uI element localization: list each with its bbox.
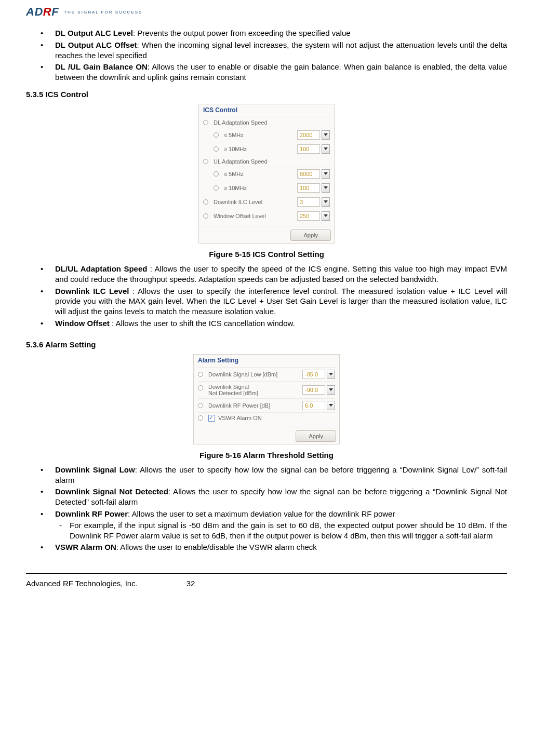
select-rf-power[interactable]: 6.0 bbox=[302, 401, 335, 410]
radio-icon bbox=[214, 185, 219, 191]
radio-icon bbox=[198, 403, 203, 408]
row-label: UL Adaptation Speed bbox=[214, 158, 268, 165]
figure-caption-516: Figure 5-16 Alarm Threshold Setting bbox=[26, 451, 507, 460]
radio-icon bbox=[198, 415, 203, 421]
row-ul-10mhz: ≥ 10MHz bbox=[203, 185, 247, 191]
row-window-offset: Window Offset Level bbox=[203, 213, 266, 219]
row-downlink-ilc: Downlink ILC Level bbox=[203, 199, 262, 205]
row-label-line2: Not Detected [dBm] bbox=[208, 390, 258, 396]
select-ilc-level[interactable]: 3 bbox=[297, 197, 330, 207]
chevron-down-icon[interactable] bbox=[322, 169, 330, 179]
item-label: Downlink Signal Not Detected bbox=[55, 487, 168, 496]
list-item: Window Offset : Allows the user to shift… bbox=[41, 318, 507, 329]
select-ul-10mhz[interactable]: 100 bbox=[297, 183, 330, 193]
page-header: ADRF THE SIGNAL FOR SUCCESS bbox=[26, 5, 507, 19]
chevron-down-icon[interactable] bbox=[322, 144, 330, 154]
item-label: Downlink RF Power bbox=[55, 509, 128, 518]
row-label: Downlink Signal Not Detected [dBm] bbox=[208, 384, 258, 396]
row-signal-not-detected: Downlink Signal Not Detected [dBm] bbox=[198, 384, 258, 396]
chevron-down-icon[interactable] bbox=[327, 370, 335, 379]
item-label: DL /UL Gain Balance ON bbox=[55, 62, 148, 71]
item-text: : Prevents the output power from exceedi… bbox=[133, 29, 351, 37]
chevron-down-icon[interactable] bbox=[322, 183, 330, 193]
panel-title: ICS Control bbox=[203, 106, 330, 114]
alarm-setting-panel: Alarm Setting Downlink Signal Low [dBm] … bbox=[193, 354, 340, 444]
ics-control-panel: ICS Control DL Adaptation Speed ≤ 5MHz 2… bbox=[198, 104, 335, 244]
chevron-down-icon[interactable] bbox=[327, 401, 335, 410]
select-dl-10mhz[interactable]: 100 bbox=[297, 144, 330, 154]
row-rf-power: Downlink RF Power [dB] bbox=[198, 402, 270, 409]
item-text: : Allows the user to enable/disable the … bbox=[116, 543, 317, 551]
select-signal-low[interactable]: -85.0 bbox=[302, 370, 335, 379]
select-not-detected[interactable]: -90.0 bbox=[302, 385, 335, 395]
item-text: : Allows the user to set a maximum devia… bbox=[128, 509, 395, 518]
logo-ad: AD bbox=[26, 5, 43, 19]
row-label: ≤ 5MHz bbox=[224, 132, 244, 138]
figure-caption-515: Figure 5-15 ICS Control Setting bbox=[26, 250, 507, 259]
row-vswr-alarm: VSWR Alarm ON bbox=[198, 415, 262, 422]
row-dl-5mhz: ≤ 5MHz bbox=[203, 132, 244, 138]
item-label: DL Output ALC Offset bbox=[55, 40, 137, 49]
row-label: ≥ 10MHz bbox=[224, 146, 247, 152]
row-ul-adaptation-speed: UL Adaptation Speed bbox=[203, 158, 268, 165]
row-label: VSWR Alarm ON bbox=[218, 415, 262, 421]
item-label: VSWR Alarm ON bbox=[55, 543, 116, 551]
row-label: Downlink Signal Low [dBm] bbox=[208, 371, 277, 377]
item-label: Window Offset bbox=[55, 319, 110, 328]
select-value: 2000 bbox=[297, 130, 320, 140]
bullet-list-ics: DL/UL Adaptation Speed : Allows the user… bbox=[26, 264, 507, 329]
checkbox-vswr[interactable] bbox=[208, 415, 215, 422]
bullet-list-alarm: Downlink Signal Low: Allows the user to … bbox=[26, 465, 507, 552]
chevron-down-icon[interactable] bbox=[322, 130, 330, 140]
apply-button[interactable]: Apply bbox=[290, 230, 331, 241]
item-label: DL Output ALC Level bbox=[55, 29, 133, 37]
logo-r: R bbox=[43, 5, 51, 19]
select-ul-5mhz[interactable]: 8000 bbox=[297, 169, 330, 179]
item-text: : Allows the user to shift the ICS cance… bbox=[110, 319, 295, 328]
row-label: Downlink ILC Level bbox=[214, 199, 262, 205]
select-value: -90.0 bbox=[302, 385, 325, 395]
row-dl-adaptation-speed: DL Adaptation Speed bbox=[203, 119, 268, 126]
bullet-list-alc: DL Output ALC Level: Prevents the output… bbox=[26, 28, 507, 83]
footer-company: Advanced RF Technologies, Inc. bbox=[26, 579, 186, 588]
footer-spacer bbox=[347, 579, 507, 588]
select-dl-5mhz[interactable]: 2000 bbox=[297, 130, 330, 140]
select-value: -85.0 bbox=[302, 370, 325, 379]
chevron-down-icon[interactable] bbox=[327, 385, 335, 395]
row-label: Downlink RF Power [dB] bbox=[208, 402, 270, 409]
list-item: Downlink ILC Level : Allows the user to … bbox=[41, 286, 507, 317]
list-item: DL Output ALC Offset: When the incoming … bbox=[41, 40, 507, 61]
list-item: DL Output ALC Level: Prevents the output… bbox=[41, 28, 507, 38]
radio-icon bbox=[198, 385, 203, 390]
apply-button[interactable]: Apply bbox=[296, 430, 336, 442]
page-footer: Advanced RF Technologies, Inc. 32 bbox=[26, 573, 507, 588]
item-label: DL/UL Adaptation Speed bbox=[55, 264, 147, 273]
radio-icon bbox=[203, 159, 208, 164]
list-item: DL/UL Adaptation Speed : Allows the user… bbox=[41, 264, 507, 285]
select-value: 3 bbox=[297, 197, 320, 207]
logo-f: F bbox=[51, 5, 59, 19]
row-label: DL Adaptation Speed bbox=[214, 119, 268, 126]
row-label: ≤ 5MHz bbox=[224, 171, 244, 177]
logo: ADRF bbox=[26, 5, 59, 19]
radio-icon bbox=[214, 146, 219, 152]
radio-icon bbox=[214, 171, 219, 177]
sub-list-item: For example, if the input signal is -50 … bbox=[55, 520, 507, 541]
section-heading-ics: 5.3.5 ICS Control bbox=[26, 90, 507, 99]
section-heading-alarm: 5.3.6 Alarm Setting bbox=[26, 340, 507, 349]
row-label-line1: Downlink Signal bbox=[208, 384, 249, 390]
item-label: Downlink ILC Level bbox=[55, 287, 129, 295]
footer-page-number: 32 bbox=[186, 579, 347, 588]
radio-icon bbox=[214, 132, 219, 138]
chevron-down-icon[interactable] bbox=[322, 197, 330, 207]
row-label: ≥ 10MHz bbox=[224, 185, 247, 191]
chevron-down-icon[interactable] bbox=[322, 211, 330, 221]
select-window-offset[interactable]: 250 bbox=[297, 211, 330, 221]
item-label: Downlink Signal Low bbox=[55, 465, 135, 474]
row-signal-low: Downlink Signal Low [dBm] bbox=[198, 371, 277, 377]
logo-tagline: THE SIGNAL FOR SUCCESS bbox=[64, 10, 142, 15]
list-item: VSWR Alarm ON: Allows the user to enable… bbox=[41, 542, 507, 552]
radio-icon bbox=[203, 120, 208, 125]
list-item: Downlink Signal Low: Allows the user to … bbox=[41, 465, 507, 485]
row-ul-5mhz: ≤ 5MHz bbox=[203, 171, 244, 177]
